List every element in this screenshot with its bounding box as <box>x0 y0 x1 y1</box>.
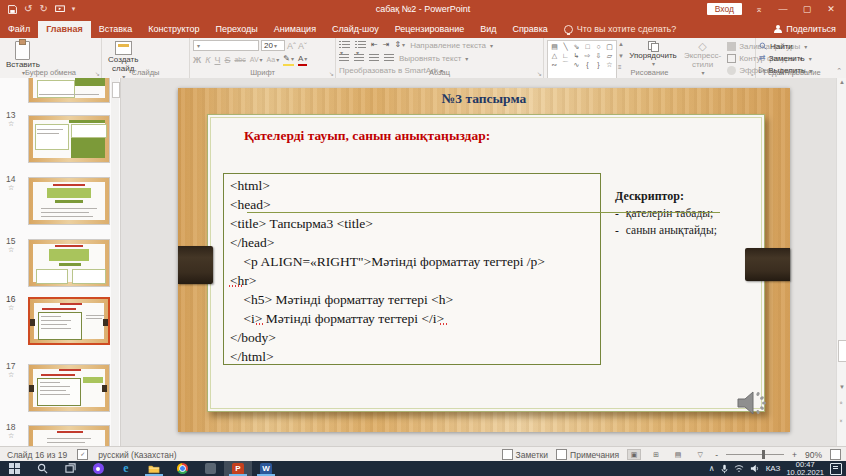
taskbar-search-button[interactable] <box>28 461 56 476</box>
tab-review[interactable]: Рецензирование <box>387 21 473 38</box>
tray-expand-icon[interactable]: ∧ <box>709 464 715 473</box>
increase-indent-icon[interactable]: ⇥ <box>383 40 390 50</box>
tab-file[interactable]: Файл <box>0 21 38 38</box>
justify-button[interactable] <box>384 54 394 63</box>
scrollbar-thumb[interactable] <box>838 340 846 362</box>
underline-button[interactable]: Ч <box>214 55 220 65</box>
shrink-font-icon[interactable]: Aˇ <box>298 41 307 51</box>
taskbar-chrome-button[interactable] <box>168 461 196 476</box>
taskbar-app-button[interactable] <box>196 461 224 476</box>
slide-thumbnail-12[interactable] <box>28 78 110 103</box>
action-center-icon[interactable] <box>830 463 842 475</box>
taskbar-clock[interactable]: 00:47 10.02.2021 <box>786 461 824 476</box>
network-icon[interactable] <box>734 464 744 473</box>
maximize-button[interactable]: ▢ <box>800 4 814 14</box>
bullets-button[interactable] <box>339 41 350 50</box>
text-direction-button[interactable]: Направление текста <box>410 40 493 50</box>
input-language-indicator[interactable]: КАЗ <box>766 464 781 473</box>
character-spacing-button[interactable]: AV <box>250 55 263 65</box>
slide-heading[interactable]: Қателерді тауып, санын анықтаңыздар: <box>244 128 490 144</box>
find-button[interactable]: Найти <box>759 41 812 51</box>
tab-help[interactable]: Справка <box>504 21 555 38</box>
descriptor-textbox[interactable]: Дескриптор: -қателерін табады; -санын ан… <box>615 189 755 238</box>
decrease-indent-icon[interactable]: ⇤ <box>371 40 378 50</box>
save-icon[interactable] <box>8 5 17 14</box>
zoom-slider[interactable] <box>726 450 784 459</box>
thumbnail-scrollbar[interactable] <box>111 78 119 446</box>
reading-view-button[interactable]: ▤ <box>671 449 685 460</box>
previous-slide-button[interactable]: « <box>837 400 846 406</box>
align-center-button[interactable] <box>354 54 364 63</box>
paragraph-dialog-launcher[interactable]: ↘ <box>537 70 542 77</box>
vertical-scrollbar[interactable]: ▲ ▼ « » <box>836 78 846 446</box>
notes-button[interactable]: Заметки <box>502 449 549 460</box>
collapse-ribbon-icon[interactable]: ⌃ <box>836 67 842 75</box>
tab-animations[interactable]: Анимация <box>266 21 324 38</box>
drawing-dialog-launcher[interactable]: ↘ <box>749 70 754 77</box>
font-name-select[interactable] <box>193 40 259 51</box>
tab-insert[interactable]: Вставка <box>91 21 140 38</box>
tab-home[interactable]: Главная <box>38 21 91 38</box>
slide-thumbnail-17[interactable] <box>28 364 110 412</box>
taskbar-powerpoint-button[interactable]: P <box>224 461 252 476</box>
volume-icon[interactable] <box>750 464 760 473</box>
tab-design[interactable]: Конструктор <box>140 21 207 38</box>
zoom-in-button[interactable]: + <box>792 450 797 460</box>
slideshow-view-button[interactable]: ▽ <box>693 449 707 460</box>
clear-formatting-button[interactable]: abc <box>234 55 245 65</box>
tab-slideshow[interactable]: Слайд-шоу <box>324 21 387 38</box>
slide-thumbnail-15[interactable] <box>28 239 110 287</box>
italic-button[interactable]: К <box>205 55 210 65</box>
tab-transitions[interactable]: Переходы <box>208 21 266 38</box>
slide-thumbnail-13[interactable] <box>28 115 110 163</box>
microphone-icon[interactable] <box>721 464 728 474</box>
taskbar-assistant-button[interactable] <box>84 461 112 476</box>
scroll-down-icon[interactable]: ▼ <box>837 384 846 390</box>
numbering-button[interactable] <box>355 41 366 50</box>
tab-view[interactable]: Вид <box>472 21 504 38</box>
comments-button[interactable]: Примечания <box>556 449 619 460</box>
thumbnail-scrollbar-thumb[interactable] <box>112 82 120 98</box>
slide-title[interactable]: №3 тапсырма <box>178 91 790 107</box>
sign-in-button[interactable]: Вход <box>707 3 742 15</box>
language-indicator[interactable]: русский (Казахстан) <box>98 450 176 460</box>
taskbar-word-button[interactable]: W <box>252 461 280 476</box>
font-dialog-launcher[interactable]: ↘ <box>329 70 334 77</box>
slide-thumbnail-18[interactable] <box>28 425 110 446</box>
task-view-button[interactable] <box>56 461 84 476</box>
change-case-button[interactable]: Aa <box>267 55 280 65</box>
zoom-out-button[interactable]: - <box>715 450 718 460</box>
normal-view-button[interactable]: ▣ <box>627 449 641 460</box>
bold-button[interactable]: Ж <box>193 55 201 65</box>
slide-sorter-view-button[interactable]: ⊞ <box>649 449 663 460</box>
align-left-button[interactable] <box>339 54 349 63</box>
align-right-button[interactable] <box>369 54 379 63</box>
slide-thumbnail-16-selected[interactable] <box>28 297 110 345</box>
font-color-button[interactable]: А <box>298 54 307 66</box>
spellcheck-icon[interactable]: ✓ <box>77 449 88 460</box>
minimize-button[interactable]: — <box>776 4 790 14</box>
tell-me-box[interactable]: Что вы хотите сделать? <box>556 21 685 38</box>
slide-content-box[interactable]: Қателерді тауып, санын анықтаңыздар: <ht… <box>207 114 765 412</box>
taskbar-edge-button[interactable]: e <box>112 461 140 476</box>
start-slideshow-icon[interactable] <box>55 5 65 13</box>
undo-icon[interactable]: ↺ <box>24 4 32 14</box>
slide-thumbnail-14[interactable] <box>28 177 110 225</box>
zoom-slider-thumb[interactable] <box>762 450 765 459</box>
font-size-select[interactable]: 20 <box>261 40 285 51</box>
grow-font-icon[interactable]: Aˆ <box>287 41 296 51</box>
clipboard-dialog-launcher[interactable]: ↘ <box>95 70 100 77</box>
align-text-button[interactable]: Выровнять текст <box>399 53 468 63</box>
shapes-gallery-scroll[interactable]: ▲▼≡ <box>617 40 625 71</box>
replace-button[interactable]: ⇄Заменить <box>759 53 812 63</box>
strikethrough-button[interactable]: S <box>224 55 230 65</box>
ribbon-display-options-icon[interactable]: ⌅ <box>752 4 766 14</box>
next-slide-button[interactable]: » <box>837 418 846 424</box>
share-button[interactable]: Поделиться <box>764 21 846 38</box>
highlight-color-button[interactable]: ✎ <box>283 54 294 66</box>
taskbar-explorer-button[interactable] <box>140 461 168 476</box>
audio-speaker-icon[interactable] <box>736 388 772 418</box>
scroll-up-icon[interactable]: ▲ <box>837 79 846 85</box>
code-textbox[interactable]: <html> <head> <title> Тапсырма3 <title> … <box>223 173 601 365</box>
line-spacing-button[interactable]: ⇕ <box>394 40 405 50</box>
